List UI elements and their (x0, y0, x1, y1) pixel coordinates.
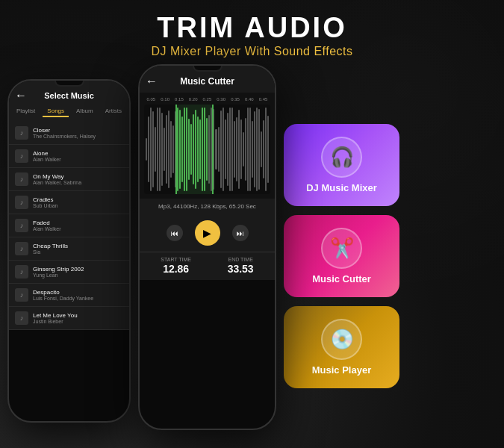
page-title: TRIM AUDIO (0, 13, 504, 42)
phone-select-music: ← Select Music Playlist Songs Album Arti… (7, 79, 131, 423)
song-item[interactable]: ♪ Cradles Sub Urban (9, 191, 129, 214)
song-item[interactable]: ♪ Closer The Chainsmokers, Halsey (9, 122, 129, 145)
wave-bar (152, 111, 154, 187)
app-music-player[interactable]: 💿 Music Player (284, 306, 399, 388)
song-icon: ♪ (15, 242, 28, 255)
wave-bar (146, 138, 147, 161)
wave-bar (218, 127, 220, 172)
wave-bar (229, 108, 231, 191)
wave-bar (159, 108, 161, 191)
song-item[interactable]: ♪ Ginseng Strip 2002 Yung Lean (9, 261, 129, 284)
song-info: Faded Alan Walker (33, 220, 60, 231)
song-name: Ginseng Strip 2002 (33, 266, 84, 273)
wave-bar (238, 110, 240, 188)
wave-bar (215, 129, 217, 169)
song-info: Let Me Love You Justin Bieber (33, 312, 78, 324)
wave-bar (265, 108, 267, 191)
end-time-value[interactable]: 33.53 (228, 263, 254, 275)
song-info: Cradles Sub Urban (33, 196, 57, 208)
song-item[interactable]: ♪ Let Me Love You Justin Bieber (9, 307, 129, 330)
wave-bar (258, 109, 260, 190)
phone2-notch (193, 66, 223, 72)
song-artist: Yung Lean (33, 273, 84, 278)
phone2-title: Music Cutter (180, 76, 234, 87)
wave-bar (247, 108, 249, 191)
wave-bar (161, 113, 163, 186)
song-info: Ginseng Strip 2002 Yung Lean (33, 266, 84, 278)
wave-bar (249, 108, 251, 191)
song-info: Despacito Luis Fonsi, Daddy Yankee (33, 289, 93, 301)
tab-artists[interactable]: Artists (101, 106, 126, 117)
phone2-back-icon[interactable]: ← (146, 75, 158, 88)
song-icon: ♪ (15, 288, 28, 302)
song-artist: Justin Bieber (33, 319, 78, 324)
song-name: Cradles (33, 196, 57, 203)
wave-bar (231, 108, 233, 191)
wave-bar (234, 121, 235, 178)
song-artist: Luis Fonsi, Daddy Yankee (33, 296, 93, 301)
song-list: ♪ Closer The Chainsmokers, Halsey ♪ Alon… (9, 122, 129, 330)
song-artist: Sia (33, 249, 68, 255)
player-controls: ⏮ ▶ ⏭ (140, 214, 275, 252)
wave-bar (155, 127, 156, 171)
phone-notch (55, 81, 84, 87)
phone1-tabs: Playlist Songs Album Artists (9, 106, 129, 122)
start-time-box: START TIME 12.86 (161, 257, 191, 276)
start-time-label: START TIME (161, 257, 191, 262)
app-dj-music-mixer[interactable]: 🎧 DJ Music Mixer (284, 124, 399, 206)
time-section: START TIME 12.86 END TIME 33.53 (140, 252, 275, 280)
song-info: Cheap Thrills Sia (33, 243, 68, 255)
phone1-title: Select Music (44, 91, 94, 100)
next-button[interactable]: ⏭ (232, 225, 249, 241)
wave-bar (166, 115, 167, 184)
prev-button[interactable]: ⏮ (167, 225, 183, 241)
page-header: TRIM AUDIO DJ Mixer Player With Sound Ef… (0, 0, 504, 58)
song-icon: ♪ (15, 172, 28, 186)
wave-bar (170, 121, 172, 178)
song-item[interactable]: ♪ Alone Alan Walker (9, 145, 129, 168)
song-info: On My Way Alan Walker, Sabrina (33, 173, 81, 185)
song-icon: ♪ (15, 126, 28, 140)
song-icon: ♪ (15, 265, 28, 279)
song-item[interactable]: ♪ Faded Alan Walker (9, 214, 129, 237)
song-item[interactable]: ♪ Despacito Luis Fonsi, Daddy Yankee (9, 284, 129, 307)
phone-music-cutter: ← Music Cutter 0.05 0.10 0.15 0.20 0.25 … (138, 64, 276, 430)
wave-bar (267, 116, 269, 183)
song-name: Closer (33, 127, 96, 134)
wave-bar (157, 108, 158, 191)
song-name: Faded (33, 220, 60, 226)
song-icon: ♪ (15, 196, 28, 209)
waveform[interactable] (144, 105, 270, 194)
wave-bar (240, 119, 242, 180)
wave-bar (256, 108, 258, 191)
wave-bar (164, 128, 165, 171)
wave-bar (263, 120, 264, 179)
tab-songs[interactable]: Songs (43, 106, 69, 117)
tab-playlist[interactable]: Playlist (12, 106, 40, 117)
wave-bar (148, 116, 149, 182)
song-icon: ♪ (15, 149, 28, 163)
song-info: Alone Alan Walker (33, 150, 60, 162)
song-name: Alone (33, 150, 60, 157)
song-artist: The Chainsmokers, Halsey (33, 134, 96, 139)
play-button[interactable]: ▶ (195, 220, 220, 246)
song-name: Despacito (33, 289, 93, 296)
audio-info: Mp3, 44100Hz, 128 Kbps, 65.20 Sec (140, 199, 275, 214)
back-icon[interactable]: ← (15, 89, 27, 102)
song-item[interactable]: ♪ Cheap Thrills Sia (9, 237, 129, 261)
song-item[interactable]: ♪ On My Way Alan Walker, Sabrina (9, 168, 129, 191)
tab-album[interactable]: Album (72, 106, 98, 117)
wave-bar (254, 111, 255, 187)
wave-bar (220, 111, 222, 188)
dj-mixer-icon: 🎧 (321, 137, 362, 178)
end-time-label: END TIME (228, 257, 254, 262)
app-music-cutter[interactable]: ✂️ Music Cutter (284, 215, 399, 297)
music-cutter-icon: ✂️ (321, 228, 362, 269)
wave-bar (252, 121, 253, 178)
start-time-value[interactable]: 12.86 (163, 263, 189, 275)
song-artist: Alan Walker (33, 157, 60, 162)
song-name: Cheap Thrills (33, 243, 68, 249)
music-player-icon: 💿 (321, 319, 362, 360)
music-cutter-label: Music Cutter (312, 273, 371, 284)
song-artist: Alan Walker, Sabrina (33, 180, 81, 185)
